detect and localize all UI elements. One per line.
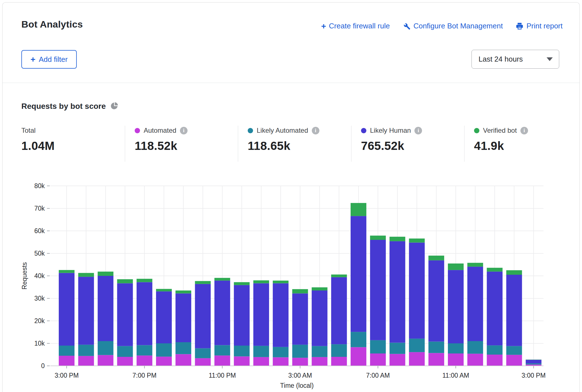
verified-bot-dot (474, 128, 479, 133)
bar-segment-verified-bot (370, 236, 386, 240)
y-tick-label: 60k (34, 227, 45, 235)
y-tick-label: 40k (34, 272, 45, 280)
stat-likely-automated: Likely Automated i 118.65k (248, 126, 355, 153)
bar-segment-likely-human (506, 275, 522, 346)
bar-segment-likely-human (215, 281, 230, 345)
automated-dot (135, 128, 140, 133)
bar-segment-likely-human (273, 283, 288, 347)
bar-segment-verified-bot (506, 270, 522, 275)
section-title: Requests by bot score (21, 102, 106, 111)
bar-segment-automated (389, 354, 405, 366)
stat-label: Automated (144, 127, 176, 134)
bar-segment-verified-bot (526, 360, 542, 360)
bar-segment-verified-bot (156, 289, 172, 291)
bar-segment-automated (253, 357, 269, 366)
add-filter-button[interactable]: + Add filter (21, 50, 77, 69)
bar-segment-likely-automated (351, 332, 366, 347)
header-actions: + Create firewall rule Configure Bot Man… (321, 22, 563, 30)
bar-segment-verified-bot (312, 287, 328, 290)
stat-automated: Automated i 118.52k (135, 126, 242, 153)
page-title: Bot Analytics (21, 19, 83, 30)
bar-segment-likely-human (137, 282, 152, 345)
bar-segment-likely-human (59, 273, 75, 346)
bar-segment-likely-automated (448, 343, 464, 353)
bar-segment-automated (331, 357, 347, 366)
stat-label: Likely Automated (257, 127, 308, 134)
x-tick-label: 3:00 PM (522, 372, 546, 379)
info-icon[interactable]: i (520, 127, 528, 134)
bar-segment-likely-automated (409, 339, 425, 352)
stat-value: 41.9k (474, 139, 581, 153)
bar-segment-automated (506, 355, 522, 366)
bar-segment-likely-automated (389, 343, 405, 354)
bar-segment-likely-automated (59, 346, 75, 356)
bar-segment-likely-human (389, 241, 405, 343)
bar-segment-likely-human (156, 291, 172, 343)
bar-segment-automated (428, 353, 444, 366)
bar-segment-automated (137, 355, 152, 366)
bar-segment-automated (487, 355, 502, 366)
header-divider (3, 83, 579, 83)
y-tick-label: 10k (34, 340, 45, 347)
y-tick-label: 30k (34, 295, 45, 302)
x-tick-label: 7:00 AM (366, 372, 390, 379)
configure-bot-management-link[interactable]: Configure Bot Management (403, 22, 503, 30)
stat-value: 765.52k (361, 139, 468, 153)
x-tick-label: 11:00 AM (442, 372, 469, 379)
stat-divider (351, 126, 351, 162)
bar-segment-likely-automated (428, 342, 444, 353)
bar-segment-likely-automated (98, 341, 113, 355)
bar-segment-verified-bot (215, 278, 230, 281)
info-icon[interactable]: i (414, 127, 422, 134)
bar-segment-verified-bot (78, 273, 94, 277)
bar-segment-likely-human (448, 270, 464, 343)
bar-segment-likely-human (331, 277, 347, 344)
print-report-link[interactable]: Print report (516, 22, 563, 30)
bar-segment-likely-automated (137, 345, 152, 355)
stat-label: Total (21, 127, 36, 134)
bar-segment-likely-automated (117, 346, 133, 357)
bar-segment-likely-automated (331, 344, 347, 357)
bar-segment-automated (273, 357, 288, 366)
bar-segment-verified-bot (351, 203, 366, 216)
bar-segment-likely-automated (175, 342, 191, 354)
bar-segment-automated (59, 356, 75, 366)
x-tick-label: 11:00 PM (209, 372, 236, 379)
bar-segment-automated (175, 354, 191, 366)
bar-segment-automated (215, 355, 230, 366)
bar-segment-likely-human (234, 285, 250, 346)
stat-value: 118.65k (248, 139, 355, 153)
bar-segment-verified-bot (137, 279, 152, 282)
bot-analytics-card: Bot Analytics + Create firewall rule Con… (2, 2, 580, 392)
printer-icon (516, 22, 524, 30)
y-tick-label: 0 (41, 362, 45, 370)
bar-segment-verified-bot (195, 281, 211, 284)
bar-segment-likely-automated (156, 343, 172, 357)
bar-segment-automated (351, 347, 366, 366)
bar-segment-automated (292, 358, 308, 366)
stat-divider (125, 126, 125, 162)
bar-segment-automated (98, 355, 113, 366)
info-icon[interactable]: i (312, 127, 319, 134)
bar-segment-likely-human (312, 290, 328, 346)
stat-verified-bot: Verified bot i 41.9k (474, 126, 581, 153)
bar-segment-likely-automated (234, 346, 250, 356)
bar-segment-likely-human (78, 277, 94, 345)
bar-segment-verified-bot (98, 272, 113, 276)
bar-segment-likely-human (526, 360, 542, 363)
bar-segment-verified-bot (253, 280, 269, 283)
stat-label: Verified bot (483, 127, 517, 134)
bar-segment-likely-automated (487, 345, 502, 355)
stat-likely-human: Likely Human i 765.52k (361, 126, 468, 153)
bar-segment-likely-automated (253, 346, 269, 357)
bar-segment-verified-bot (409, 238, 425, 242)
stats-row: Total 1.04M Automated i 118.52k Likely A… (3, 126, 579, 165)
info-icon[interactable]: i (180, 127, 188, 134)
stat-label: Likely Human (370, 127, 411, 134)
x-axis-title: Time (local) (280, 382, 313, 389)
bar-segment-likely-human (175, 293, 191, 342)
bar-segment-likely-human (117, 283, 133, 346)
time-range-select[interactable]: Last 24 hours (472, 50, 559, 69)
bar-segment-automated (156, 357, 172, 366)
create-firewall-rule-link[interactable]: + Create firewall rule (321, 22, 390, 30)
